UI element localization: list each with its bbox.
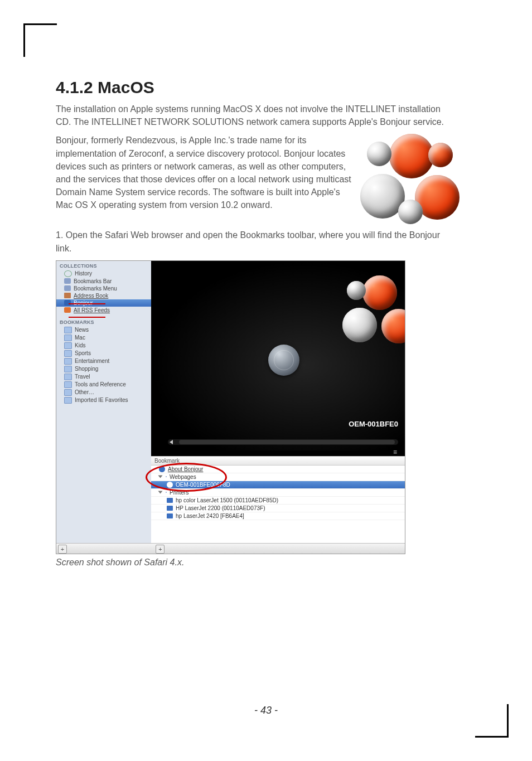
coverflow-scrollbar[interactable]: [168, 439, 398, 445]
preview-title: OEM-001BFE0: [349, 420, 398, 428]
sidebar-item-other[interactable]: Other…: [56, 389, 151, 396]
list-item-printer[interactable]: HP LaserJet 2200 (00110AED073F): [151, 505, 405, 512]
sidebar-item-all-rss[interactable]: All RSS Feeds: [56, 307, 151, 314]
safari-screenshot: COLLECTIONS History Bookmarks Bar Bookma…: [56, 260, 405, 554]
sidebar-label: Mac: [75, 335, 85, 341]
bonjour-description-block: Bonjour, formerly Rendezvous, is Apple I…: [56, 134, 457, 229]
sidebar-label: News: [75, 327, 89, 333]
clock-icon: [64, 270, 72, 277]
sidebar-item-kids[interactable]: Kids: [56, 342, 151, 350]
sidebar-item-tools[interactable]: Tools and Reference: [56, 381, 151, 389]
safari-compass-icon: [268, 345, 299, 376]
sidebar-item-history[interactable]: History: [56, 270, 151, 278]
sidebar-label: Address Book: [74, 293, 108, 299]
sidebar-head-collections: COLLECTIONS: [56, 261, 151, 270]
list-label: hp color LaserJet 1500 (00110AEDF85D): [176, 497, 278, 503]
sidebar-label: Shopping: [75, 366, 98, 372]
section-heading: 4.1.2 MacOS: [56, 78, 457, 97]
printer-icon: [167, 506, 173, 511]
safari-sidebar: COLLECTIONS History Bookmarks Bar Bookma…: [56, 261, 152, 554]
sidebar-label: Travel: [75, 374, 90, 380]
add-collection-button[interactable]: +: [58, 545, 67, 554]
intro-paragraph: The installation on Apple systems runnin…: [56, 103, 457, 128]
sidebar-label: Sports: [75, 350, 91, 356]
bonjour-paragraph: Bonjour, formerly Rendezvous, is Apple I…: [56, 134, 351, 211]
folder-icon: [64, 335, 72, 341]
bookmarks-bar-icon: [64, 278, 71, 284]
page-content: 4.1.2 MacOS The installation on Apple sy…: [56, 78, 457, 568]
sidebar-label: All RSS Feeds: [74, 307, 110, 313]
printer-icon: [167, 498, 173, 503]
resize-handle-icon[interactable]: ≡: [393, 448, 398, 456]
red-annotation-line-bottom: [69, 317, 105, 318]
bookmarks-menu-icon: [64, 285, 71, 291]
list-label: HP LaserJet 2200 (00110AED073F): [176, 505, 265, 511]
address-book-icon: [64, 293, 71, 298]
red-annotation-line-top: [69, 303, 105, 304]
sidebar-item-shopping[interactable]: Shopping: [56, 365, 151, 373]
folder-icon: [64, 389, 72, 396]
sidebar-item-entertainment[interactable]: Entertainment: [56, 357, 151, 365]
sidebar-item-imported[interactable]: Imported IE Favorites: [56, 396, 151, 404]
folder-icon: [64, 342, 72, 349]
sidebar-item-travel[interactable]: Travel: [56, 373, 151, 381]
sidebar-label: History: [75, 270, 92, 277]
folder-icon: [64, 366, 72, 372]
sidebar-label: Tools and Reference: [75, 381, 126, 387]
sidebar-item-sports[interactable]: Sports: [56, 350, 151, 357]
list-item-printer[interactable]: hp LaserJet 2420 [FB6AE4]: [151, 512, 405, 520]
sidebar-head-bookmarks: BOOKMARKS: [56, 317, 151, 326]
folder-icon: [64, 358, 72, 365]
safari-main-pane: OEM-001BFE0 ≡ Bookmark About Bonjour Web…: [151, 261, 405, 554]
printer-icon: [167, 513, 173, 518]
list-label: hp LaserJet 2420 [FB6AE4]: [176, 513, 244, 519]
sidebar-label: Other…: [75, 389, 94, 395]
step-1-text: 1. Open the Safari Web browser and open …: [56, 229, 457, 254]
sidebar-label: Entertainment: [75, 358, 109, 364]
rss-icon: [64, 307, 71, 313]
screenshot-caption: Screen shot shown of Safari 4.x.: [56, 558, 457, 568]
folder-icon: [64, 350, 72, 357]
folder-icon: [64, 397, 72, 404]
sidebar-label: Bookmarks Bar: [74, 278, 112, 284]
folder-icon: [166, 492, 167, 493]
safari-footer-bar: + +: [56, 543, 405, 554]
sidebar-label: Bookmarks Menu: [74, 285, 117, 292]
scroll-left-arrow-icon: [170, 440, 173, 444]
page-number: - 43 -: [0, 705, 532, 716]
sidebar-item-address-book[interactable]: Address Book: [56, 292, 151, 299]
document-page: 4.1.2 MacOS The installation on Apple sy…: [0, 0, 532, 761]
folder-icon: [64, 381, 72, 388]
sidebar-item-bookmarks-menu[interactable]: Bookmarks Menu: [56, 285, 151, 292]
sidebar-item-mac[interactable]: Mac: [56, 334, 151, 342]
sidebar-label: Imported IE Favorites: [75, 397, 128, 403]
add-bookmark-button[interactable]: +: [156, 545, 165, 554]
list-item-printer[interactable]: hp color LaserJet 1500 (00110AEDF85D): [151, 497, 405, 505]
disclosure-triangle-icon: [158, 491, 163, 494]
sidebar-label: Kids: [75, 342, 85, 348]
crop-mark-top-left: [23, 23, 57, 57]
red-annotation-ellipse: [146, 463, 227, 492]
folder-icon: [64, 374, 72, 380]
bonjour-logo: [362, 134, 457, 229]
sidebar-item-bookmarks-bar[interactable]: Bookmarks Bar: [56, 278, 151, 285]
sidebar-item-news[interactable]: News: [56, 326, 151, 334]
bonjour-logo-small: [338, 272, 405, 367]
scroll-track: [179, 440, 395, 444]
folder-icon: [64, 327, 72, 333]
coverflow-preview: OEM-001BFE0 ≡: [151, 261, 405, 450]
